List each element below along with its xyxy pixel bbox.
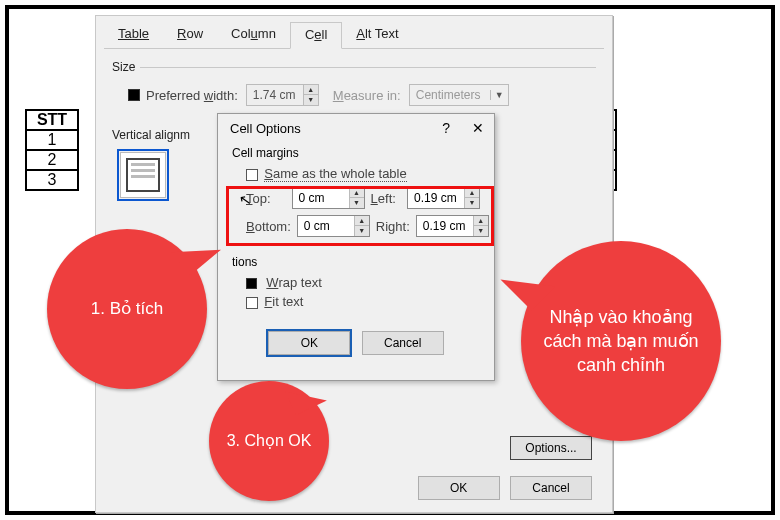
tab-cell[interactable]: Cell bbox=[290, 22, 342, 49]
row-3: 3 bbox=[26, 170, 78, 190]
cell-margins-label: Cell margins bbox=[232, 146, 480, 160]
sub-ok-button[interactable]: OK bbox=[268, 331, 350, 355]
tab-column[interactable]: Column bbox=[217, 22, 290, 48]
same-as-table-label: Same as the whole table bbox=[264, 166, 406, 182]
fit-label: Fit text bbox=[264, 294, 303, 309]
valign-swatches bbox=[120, 152, 166, 198]
main-cancel-button[interactable]: Cancel bbox=[510, 476, 592, 500]
right-input[interactable]: ▲▼ bbox=[416, 215, 489, 237]
valign-top[interactable] bbox=[120, 152, 166, 198]
same-as-table-checkbox[interactable] bbox=[246, 169, 258, 181]
options-button[interactable]: Options... bbox=[510, 436, 592, 460]
left-input[interactable]: ▲▼ bbox=[407, 187, 480, 209]
wrap-label: Wrap text bbox=[266, 275, 321, 290]
th-stt: STT bbox=[26, 110, 78, 130]
bg-table-left: STT 1 2 3 bbox=[25, 109, 79, 191]
sub-dialog-title: Cell Options bbox=[230, 121, 301, 136]
size-group-label: Size bbox=[112, 60, 135, 74]
tabs: Table Row Column Cell Alt Text bbox=[104, 22, 604, 49]
left-label: Left: bbox=[371, 191, 401, 206]
pref-width-input[interactable]: ▲▼ bbox=[246, 84, 319, 106]
measure-label: Measure in: bbox=[333, 88, 401, 103]
wrap-checkbox[interactable] bbox=[246, 278, 257, 289]
close-icon[interactable]: ✕ bbox=[472, 120, 484, 136]
tab-alttext[interactable]: Alt Text bbox=[342, 22, 412, 48]
measure-select[interactable]: Centimeters ▼ bbox=[409, 84, 509, 106]
fit-checkbox[interactable] bbox=[246, 297, 258, 309]
cell-options-dialog: Cell Options ? ✕ Cell margins Same as th… bbox=[217, 113, 495, 381]
main-ok-button[interactable]: OK bbox=[418, 476, 500, 500]
tab-table[interactable]: Table bbox=[104, 22, 163, 48]
top-input[interactable]: ▲▼ bbox=[292, 187, 365, 209]
spin-up-icon[interactable]: ▲ bbox=[304, 85, 318, 95]
bottom-input[interactable]: ▲▼ bbox=[297, 215, 370, 237]
row-2: 2 bbox=[26, 150, 78, 170]
pref-width-label: Preferred width: bbox=[146, 88, 238, 103]
row-1: 1 bbox=[26, 130, 78, 150]
chevron-down-icon: ▼ bbox=[490, 90, 508, 100]
valign-label: Vertical alignm bbox=[112, 128, 190, 142]
help-icon[interactable]: ? bbox=[442, 120, 450, 136]
callout-2: Nhập vào khoảng cách mà bạn muốn canh ch… bbox=[521, 241, 721, 441]
spin-down-icon[interactable]: ▼ bbox=[304, 95, 318, 105]
sub-cancel-button[interactable]: Cancel bbox=[362, 331, 444, 355]
pref-width-checkbox[interactable] bbox=[128, 89, 140, 101]
options-group-label: tions bbox=[232, 255, 480, 269]
top-label: Top: bbox=[246, 191, 286, 206]
tab-row[interactable]: Row bbox=[163, 22, 217, 48]
dialog-buttons: OK Cancel bbox=[412, 476, 592, 500]
bottom-label: Bottom: bbox=[246, 219, 291, 234]
right-label: Right: bbox=[376, 219, 410, 234]
